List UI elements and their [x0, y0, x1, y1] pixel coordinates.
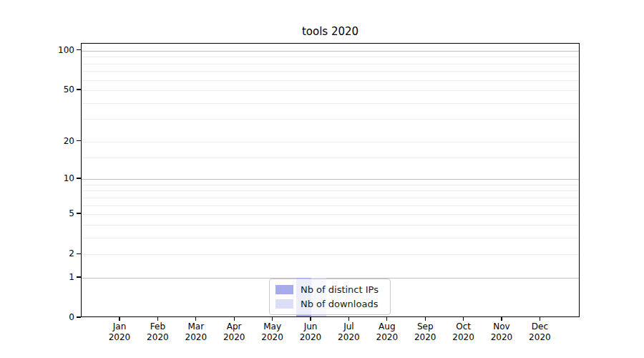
gridline-minor	[82, 71, 579, 72]
x-tick-mark	[501, 317, 502, 321]
y-tick-label: 20	[24, 136, 74, 146]
y-tick-label: 0	[24, 312, 74, 322]
chart-figure: tools 2020 0125102050100 Jan2020Feb2020M…	[0, 0, 644, 358]
gridline-minor	[82, 142, 579, 142]
y-tick-label: 1	[24, 272, 74, 282]
legend-swatch-downloads-icon	[275, 299, 293, 309]
x-tick-mark	[157, 317, 158, 321]
gridline-minor	[82, 119, 579, 120]
gridline-major	[82, 179, 579, 180]
gridline-minor	[82, 205, 579, 206]
chart-title: tools 2020	[81, 25, 580, 38]
y-tick-label: 100	[24, 45, 74, 55]
legend-entry: Nb of distinct IPs	[275, 284, 384, 295]
gridline-minor	[82, 80, 579, 81]
y-tick-mark	[77, 178, 81, 178]
legend-entry: Nb of downloads	[275, 299, 384, 309]
gridline-minor	[82, 214, 579, 215]
gridline-major	[82, 51, 579, 52]
gridline-minor	[82, 103, 579, 104]
x-tick-mark	[195, 317, 196, 321]
x-tick-mark	[540, 317, 540, 321]
y-tick-mark	[77, 89, 81, 90]
legend-label-distinct-ips: Nb of distinct IPs	[301, 284, 379, 295]
gridline-minor	[82, 190, 579, 191]
gridline-minor	[82, 198, 579, 198]
x-tick-mark	[463, 317, 464, 321]
legend-label-downloads: Nb of downloads	[301, 299, 378, 309]
x-tick-mark	[425, 317, 426, 321]
x-tick-mark	[386, 317, 387, 321]
y-tick-mark	[77, 316, 81, 317]
y-tick-mark	[77, 49, 81, 50]
gridline-minor	[82, 185, 579, 185]
legend-swatch-distinct-ips-icon	[275, 285, 293, 294]
x-tick-month: Dec	[517, 321, 562, 332]
gridline-minor	[82, 225, 579, 226]
gridline-minor	[82, 158, 579, 158]
x-tick-mark	[310, 317, 311, 321]
x-tick-mark	[272, 317, 273, 321]
gridline-minor	[82, 238, 579, 238]
y-tick-mark	[77, 140, 81, 141]
y-tick-label: 10	[24, 173, 74, 183]
y-tick-mark	[77, 253, 81, 254]
gridline-minor	[82, 254, 579, 255]
y-tick-label: 50	[24, 84, 74, 95]
gridline-minor	[82, 64, 579, 64]
x-tick-year: 2020	[517, 332, 562, 343]
x-tick-label: Dec2020	[517, 321, 562, 343]
y-tick-label: 2	[24, 248, 74, 258]
y-tick-label: 5	[24, 208, 74, 218]
x-tick-mark	[348, 317, 349, 321]
legend: Nb of distinct IPs Nb of downloads	[269, 279, 391, 315]
gridline-minor	[82, 57, 579, 57]
y-tick-mark	[77, 213, 81, 213]
plot-area	[81, 43, 580, 317]
y-tick-mark	[77, 276, 81, 277]
gridline-minor	[82, 90, 579, 91]
x-tick-mark	[119, 317, 119, 321]
x-tick-mark	[234, 317, 235, 321]
